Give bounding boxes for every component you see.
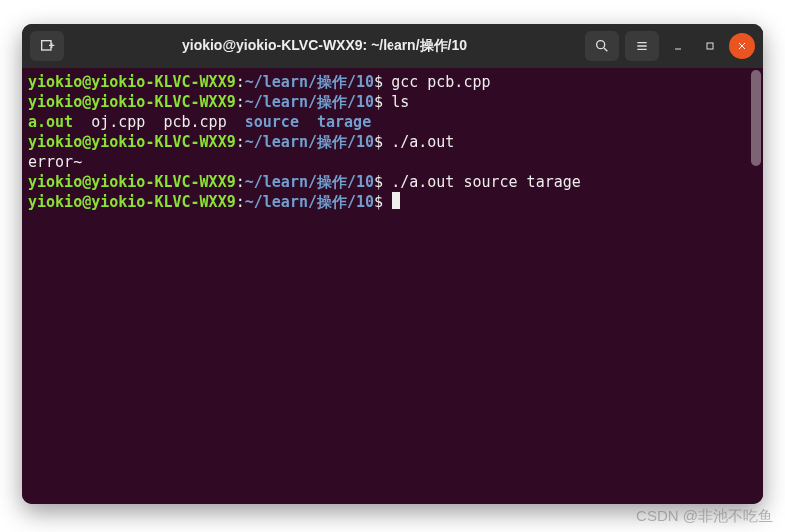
svg-line-4 [604, 48, 607, 51]
hamburger-icon [634, 38, 650, 54]
command-text: ./a.out source tarage [383, 173, 581, 191]
svg-point-3 [597, 41, 605, 49]
minimize-button[interactable] [665, 33, 691, 59]
maximize-icon [704, 40, 716, 52]
new-tab-button[interactable] [30, 31, 64, 61]
terminal-line: yiokio@yiokio-KLVC-WXX9:~/learn/操作/10$ .… [28, 132, 757, 152]
terminal-line: yiokio@yiokio-KLVC-WXX9:~/learn/操作/10$ [28, 192, 757, 212]
close-button[interactable] [729, 33, 755, 59]
terminal-body[interactable]: yiokio@yiokio-KLVC-WXX9:~/learn/操作/10$ g… [22, 68, 763, 504]
ls-output: a.out oj.cpp pcb.cpp source tarage [28, 112, 757, 132]
terminal-line: yiokio@yiokio-KLVC-WXX9:~/learn/操作/10$ l… [28, 92, 757, 112]
menu-button[interactable] [625, 31, 659, 61]
command-text: gcc pcb.cpp [383, 73, 490, 91]
search-icon [594, 38, 610, 54]
command-text: ./a.out [383, 133, 454, 151]
scrollbar-thumb[interactable] [751, 70, 761, 166]
command-text: ls [383, 93, 409, 111]
watermark-text: CSDN @非池不吃鱼 [636, 507, 773, 526]
search-button[interactable] [585, 31, 619, 61]
minimize-icon [672, 40, 684, 52]
cursor-block [392, 192, 400, 209]
close-icon [736, 40, 748, 52]
titlebar: yiokio@yiokio-KLVC-WXX9: ~/learn/操作/10 [22, 24, 763, 68]
output-line: error~ [28, 152, 757, 172]
window-title: yiokio@yiokio-KLVC-WXX9: ~/learn/操作/10 [70, 37, 579, 55]
svg-rect-9 [707, 43, 713, 49]
prompt-path: ~/learn/操作/10 [245, 73, 374, 91]
terminal-window: yiokio@yiokio-KLVC-WXX9: ~/learn/操作/10 [22, 24, 763, 504]
maximize-button[interactable] [697, 33, 723, 59]
new-tab-icon [39, 38, 55, 54]
terminal-line: yiokio@yiokio-KLVC-WXX9:~/learn/操作/10$ g… [28, 72, 757, 92]
prompt-user: yiokio@yiokio-KLVC-WXX9 [28, 73, 236, 91]
terminal-line: yiokio@yiokio-KLVC-WXX9:~/learn/操作/10$ .… [28, 172, 757, 192]
